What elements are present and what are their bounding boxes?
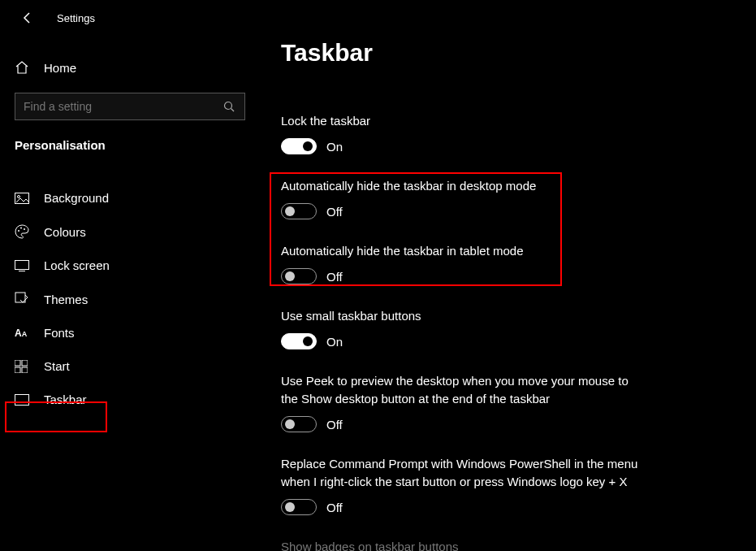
setting-autohide-desktop: Automatically hide the taskbar in deskto…	[281, 177, 654, 219]
sidebar-item-taskbar[interactable]: Taskbar	[0, 383, 260, 416]
sidebar-item-label: Colours	[44, 225, 86, 239]
sidebar-item-lock-screen[interactable]: Lock screen	[0, 249, 260, 282]
toggle-lock-taskbar[interactable]	[281, 138, 317, 154]
svg-point-5	[20, 228, 22, 229]
nav-home[interactable]: Home	[0, 50, 260, 85]
app-title: Settings	[57, 12, 95, 24]
svg-point-0	[225, 102, 232, 110]
toggle-autohide-desktop[interactable]	[281, 203, 317, 219]
search-icon	[223, 101, 236, 112]
nav-home-label: Home	[44, 61, 76, 75]
setting-label: Lock the taskbar	[281, 112, 654, 130]
sidebar-item-background[interactable]: Background	[0, 181, 260, 215]
page-title: Taskbar	[281, 39, 756, 67]
svg-point-6	[24, 228, 25, 230]
start-icon	[15, 360, 31, 373]
toggle-state: Off	[326, 501, 343, 514]
home-icon	[15, 60, 31, 75]
sidebar-item-start[interactable]: Start	[0, 349, 260, 383]
picture-icon	[15, 193, 31, 204]
category-title: Personalisation	[0, 135, 260, 162]
back-button[interactable]	[15, 5, 41, 31]
toggle-state: On	[326, 335, 343, 349]
setting-lock-taskbar: Lock the taskbar On	[281, 112, 654, 154]
taskbar-icon	[15, 394, 31, 406]
toggle-state: Off	[326, 418, 343, 432]
sidebar-item-label: Background	[44, 191, 109, 205]
toggle-state: On	[326, 140, 343, 154]
svg-rect-13	[22, 367, 28, 373]
fonts-icon: AA	[15, 328, 31, 339]
sidebar-item-fonts[interactable]: AA Fonts	[0, 316, 260, 349]
svg-rect-10	[15, 360, 20, 366]
sidebar-item-themes[interactable]: Themes	[0, 282, 260, 316]
setting-label: Use small taskbar buttons	[281, 307, 654, 325]
setting-autohide-tablet: Automatically hide the taskbar in tablet…	[281, 242, 654, 284]
lock-screen-icon	[15, 260, 31, 271]
toggle-powershell[interactable]	[281, 499, 317, 515]
toggle-state: Off	[326, 270, 343, 284]
setting-powershell: Replace Command Prompt with Windows Powe…	[281, 455, 654, 515]
svg-rect-12	[15, 367, 20, 373]
sidebar-item-label: Lock screen	[44, 258, 110, 272]
palette-icon	[15, 224, 31, 239]
setting-label: Show badges on taskbar buttons	[281, 538, 654, 551]
toggle-autohide-tablet[interactable]	[281, 268, 317, 284]
search-input-wrap[interactable]	[15, 93, 245, 120]
sidebar-item-label: Themes	[44, 293, 88, 306]
setting-badges: Show badges on taskbar buttons Off	[281, 538, 654, 551]
setting-label: Automatically hide the taskbar in deskto…	[281, 177, 654, 195]
setting-label: Automatically hide the taskbar in tablet…	[281, 242, 654, 260]
sidebar-item-label: Taskbar	[44, 393, 87, 406]
setting-label: Use Peek to preview the desktop when you…	[281, 372, 638, 408]
sidebar-item-colours[interactable]: Colours	[0, 215, 260, 249]
svg-point-3	[18, 195, 20, 197]
toggle-state: Off	[326, 205, 343, 219]
themes-icon	[15, 292, 31, 306]
setting-label: Replace Command Prompt with Windows Powe…	[281, 455, 654, 491]
search-input[interactable]	[24, 100, 223, 113]
svg-rect-14	[15, 394, 29, 405]
toggle-small-buttons[interactable]	[281, 333, 317, 349]
svg-rect-7	[15, 260, 29, 269]
back-arrow-icon	[21, 11, 34, 24]
sidebar-item-label: Start	[44, 359, 70, 373]
sidebar-item-label: Fonts	[44, 326, 75, 340]
setting-small-buttons: Use small taskbar buttons On	[281, 307, 654, 349]
setting-peek: Use Peek to preview the desktop when you…	[281, 372, 638, 432]
svg-rect-11	[22, 360, 28, 366]
svg-point-4	[18, 230, 19, 232]
svg-line-1	[231, 109, 235, 112]
toggle-peek[interactable]	[281, 416, 317, 432]
